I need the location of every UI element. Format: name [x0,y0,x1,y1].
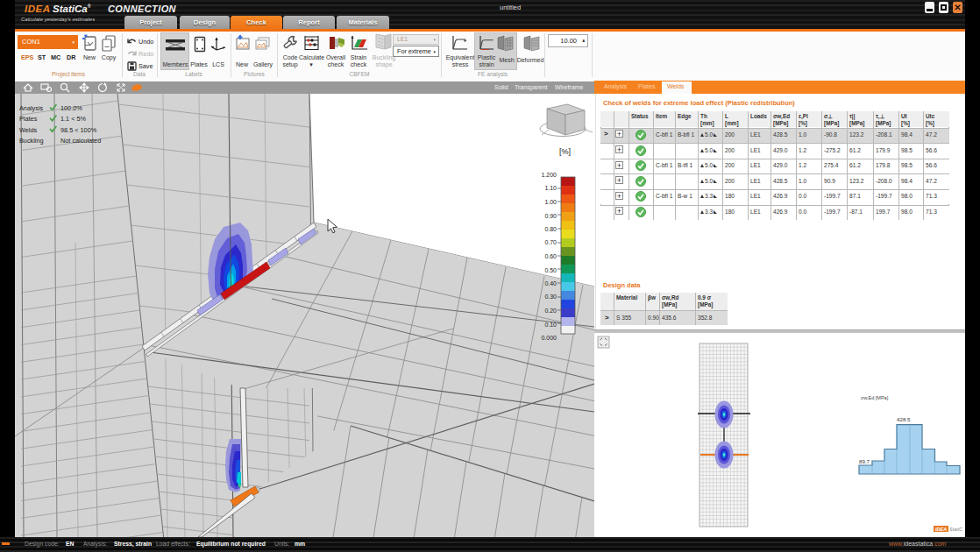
svg-text:Not calculated: Not calculated [60,137,101,145]
svg-text:IDEA: IDEA [935,527,947,532]
svg-text:Buckling: Buckling [19,137,44,145]
svg-text:428.5: 428.5 [897,416,911,422]
svg-text:1.200: 1.200 [541,172,557,178]
svg-text:0.000: 0.000 [541,335,557,341]
svg-text:Analysis: Analysis [19,104,44,112]
svg-text:StatiC: StatiC [949,527,962,532]
svg-text:1.00: 1.00 [544,199,557,205]
svg-text:[%]: [%] [559,147,571,156]
svg-text:Welds: Welds [19,126,37,134]
svg-text:0.20: 0.20 [544,308,557,314]
svg-text:0.80: 0.80 [544,226,557,232]
svg-text:0.10: 0.10 [544,322,557,328]
svg-text:0.60: 0.60 [544,253,557,259]
svg-text:98.5 < 100%: 98.5 < 100% [60,126,97,134]
svg-text:σw,Ed [MPa]: σw,Ed [MPa] [861,395,889,400]
svg-text:100.0%: 100.0% [60,104,82,112]
svg-text:0.50: 0.50 [544,267,557,273]
svg-text:0.70: 0.70 [544,239,557,245]
svg-text:0.90: 0.90 [544,213,557,219]
svg-text:0.30: 0.30 [544,294,557,300]
svg-text:0.40: 0.40 [544,280,557,287]
svg-text:89.7: 89.7 [859,458,870,464]
svg-text:1.10: 1.10 [544,185,557,191]
svg-text:Plates: Plates [19,115,38,123]
svg-text:1.1 < 5%: 1.1 < 5% [60,115,87,123]
